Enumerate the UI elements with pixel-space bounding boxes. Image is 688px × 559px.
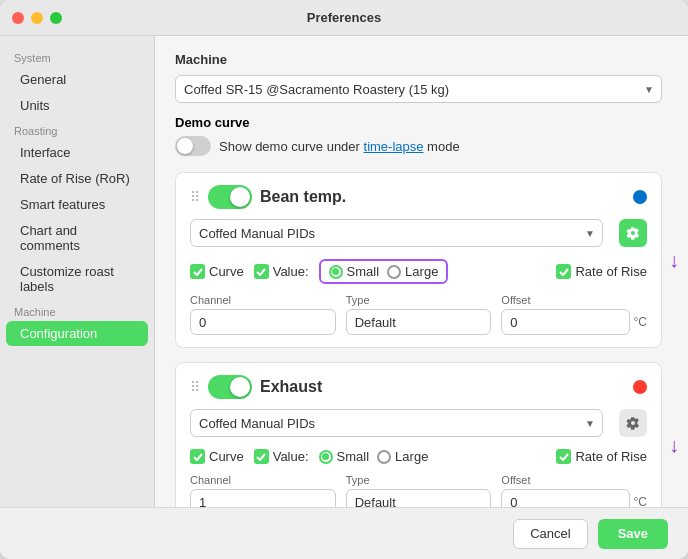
traffic-lights (12, 12, 62, 24)
bean-channel-select[interactable]: 0 (190, 309, 336, 335)
exhaust-curve-label: Curve (209, 449, 244, 464)
bean-temp-name: Bean temp. (260, 188, 346, 206)
exhaust-offset-label: Offset (501, 474, 647, 486)
exhaust-header: ⠿ Exhaust (190, 375, 647, 399)
bean-size-large-radio[interactable]: Large (387, 264, 438, 279)
exhaust-color-dot[interactable] (633, 380, 647, 394)
save-button[interactable]: Save (598, 519, 668, 549)
bean-value-checkbox[interactable] (254, 264, 269, 279)
exhaust-ror-checkbox[interactable] (556, 449, 571, 464)
machine-section-title: Machine (175, 52, 662, 67)
bean-ror-label: Rate of Rise (575, 264, 647, 279)
exhaust-size-small-radio[interactable]: Small (319, 449, 370, 464)
bean-size-large-radio-outer (387, 265, 401, 279)
main-content: System General Units Roasting Interface … (0, 36, 688, 507)
bean-size-small-radio[interactable]: Small (329, 264, 380, 279)
bean-temp-toggle-knob (230, 187, 250, 207)
bean-temp-pid-select[interactable]: Coffed Manual PIDs (190, 219, 603, 247)
bean-offset-unit: °C (634, 315, 647, 329)
exhaust-gear-button[interactable] (619, 409, 647, 437)
titlebar: Preferences (0, 0, 688, 36)
exhaust-value-checkbox[interactable] (254, 449, 269, 464)
exhaust-offset-input[interactable] (501, 489, 629, 507)
close-button[interactable] (12, 12, 24, 24)
bean-type-select[interactable]: Default (346, 309, 492, 335)
bean-type-input-wrapper: Default (346, 309, 492, 335)
exhaust-ror-label: Rate of Rise (575, 449, 647, 464)
bean-temp-header: ⠿ Bean temp. (190, 185, 647, 209)
demo-curve-row: Show demo curve under time-lapse mode (175, 136, 662, 156)
sidebar-item-customize-roast[interactable]: Customize roast labels (6, 259, 148, 299)
bean-size-small-radio-outer (329, 265, 343, 279)
bean-channel-input-wrapper: 0 (190, 309, 336, 335)
demo-curve-toggle[interactable] (175, 136, 211, 156)
exhaust-pid-select[interactable]: Coffed Manual PIDs (190, 409, 603, 437)
sidebar-item-interface[interactable]: Interface (6, 140, 148, 165)
bean-value-label: Value: (273, 264, 309, 279)
bean-type-field: Type Default (346, 294, 492, 335)
bean-ror-checkbox[interactable] (556, 264, 571, 279)
machine-select-wrapper: Coffed SR-15 @Sacramento Roastery (15 kg… (175, 75, 662, 103)
sidebar-item-general[interactable]: General (6, 67, 148, 92)
exhaust-toggle[interactable] (208, 375, 252, 399)
exhaust-type-select[interactable]: Default (346, 489, 492, 507)
exhaust-name: Exhaust (260, 378, 322, 396)
sidebar-section-system: System (0, 46, 154, 66)
checkmark-icon (256, 453, 266, 461)
bean-temp-checkboxes-row: Curve Value: (190, 259, 647, 284)
demo-curve-text: Show demo curve under time-lapse mode (219, 139, 460, 154)
exhaust-curve-check-item: Curve (190, 449, 244, 464)
bean-type-label: Type (346, 294, 492, 306)
exhaust-channel-field: Channel 1 (190, 474, 336, 507)
exhaust-channel-label: Channel (190, 474, 336, 486)
bean-offset-label: Offset (501, 294, 647, 306)
checkmark-icon (256, 268, 266, 276)
checkmark-icon (559, 268, 569, 276)
exhaust-size-small-radio-inner (322, 453, 329, 460)
bean-temp-toggle[interactable] (208, 185, 252, 209)
machine-select[interactable]: Coffed SR-15 @Sacramento Roastery (15 kg… (175, 75, 662, 103)
bean-offset-input[interactable] (501, 309, 629, 335)
sidebar-item-ror[interactable]: Rate of Rise (RoR) (6, 166, 148, 191)
sidebar-section-machine: Machine (0, 300, 154, 320)
time-lapse-link[interactable]: time-lapse (364, 139, 424, 154)
minimize-button[interactable] (31, 12, 43, 24)
exhaust-size-radio-group: Small Large (319, 449, 429, 464)
preferences-window: Preferences System General Units Roastin… (0, 0, 688, 559)
exhaust-size-large-label: Large (395, 449, 428, 464)
exhaust-fields-row: Channel 1 Type Default (190, 474, 647, 507)
checkmark-icon (193, 268, 203, 276)
exhaust-channel-input-wrapper: 1 (190, 489, 336, 507)
bean-curve-checkbox[interactable] (190, 264, 205, 279)
bean-temp-section: ↓ ⠿ Bean temp. Coffed Manual PIDs (175, 172, 662, 348)
sidebar-item-configuration[interactable]: Configuration (6, 321, 148, 346)
bean-offset-field: Offset °C (501, 294, 647, 335)
exhaust-channel-select[interactable]: 1 (190, 489, 336, 507)
bean-size-large-label: Large (405, 264, 438, 279)
exhaust-value-check-item: Value: (254, 449, 309, 464)
sidebar-item-units[interactable]: Units (6, 93, 148, 118)
exhaust-curve-checkbox[interactable] (190, 449, 205, 464)
window-title: Preferences (307, 10, 381, 25)
bean-arrow-indicator: ↓ (669, 249, 679, 272)
demo-curve-toggle-knob (177, 138, 193, 154)
bean-temp-color-dot[interactable] (633, 190, 647, 204)
cancel-button[interactable]: Cancel (513, 519, 587, 549)
bean-channel-field: Channel 0 (190, 294, 336, 335)
exhaust-arrow-indicator: ↓ (669, 434, 679, 457)
bean-drag-handle-icon[interactable]: ⠿ (190, 189, 200, 205)
gear-icon (626, 226, 640, 240)
exhaust-size-large-radio[interactable]: Large (377, 449, 428, 464)
bean-temp-pid-wrapper: Coffed Manual PIDs ▼ (190, 219, 647, 247)
exhaust-pid-wrapper: Coffed Manual PIDs ▼ (190, 409, 647, 437)
bean-temp-gear-button[interactable] (619, 219, 647, 247)
checkmark-icon (193, 453, 203, 461)
maximize-button[interactable] (50, 12, 62, 24)
demo-curve-label: Demo curve (175, 115, 662, 130)
exhaust-drag-handle-icon[interactable]: ⠿ (190, 379, 200, 395)
bean-curve-label: Curve (209, 264, 244, 279)
checkmark-icon (559, 453, 569, 461)
sidebar-item-chart-comments[interactable]: Chart and comments (6, 218, 148, 258)
sidebar-section-roasting: Roasting (0, 119, 154, 139)
sidebar-item-smart-features[interactable]: Smart features (6, 192, 148, 217)
